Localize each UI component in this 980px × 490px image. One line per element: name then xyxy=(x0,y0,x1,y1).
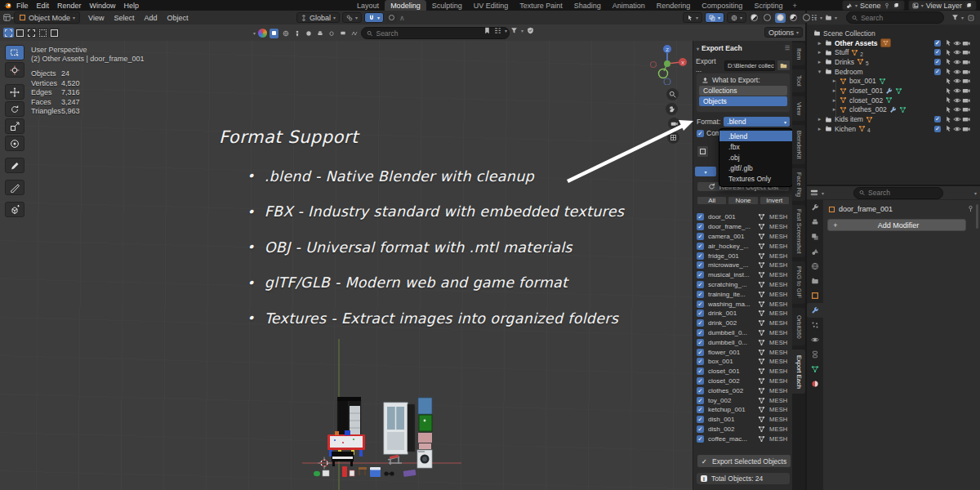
export-object-row[interactable]: ✓closet_001MESH xyxy=(697,367,790,376)
select-all-button[interactable]: All xyxy=(697,196,727,205)
texture-option-button[interactable] xyxy=(697,145,709,158)
cam-toggle-icon[interactable] xyxy=(962,87,970,96)
properties-tab-output[interactable] xyxy=(807,215,823,229)
select-extend-button[interactable] xyxy=(15,28,25,38)
properties-tab-object-data[interactable] xyxy=(807,362,823,376)
viewport-3d[interactable]: User Perspective (2) Other Assets | door… xyxy=(0,41,805,490)
properties-scrollbar[interactable] xyxy=(976,204,978,229)
snap-target-button[interactable]: ▾ xyxy=(342,12,362,23)
export-selected-button[interactable]: ✓ Export Selected Objects xyxy=(697,454,791,468)
outliner-settings-icon[interactable] xyxy=(966,13,976,22)
object-checkbox[interactable]: ✓ xyxy=(697,387,704,394)
properties-options-icon[interactable]: ▾ xyxy=(974,190,977,196)
properties-tab-constraints[interactable] xyxy=(807,347,823,362)
expand-caret[interactable]: ▸ xyxy=(831,78,837,84)
eye-toggle-icon[interactable] xyxy=(953,67,961,76)
viewport-menu-add[interactable]: Add xyxy=(139,14,162,22)
eye-toggle-icon[interactable] xyxy=(953,38,961,47)
eye-toggle-icon[interactable] xyxy=(953,96,961,105)
workspace-tab-rendering[interactable]: Rendering xyxy=(651,0,697,11)
format-option--fbx[interactable]: .fbx xyxy=(719,141,792,152)
export-object-row[interactable]: ✓training_ite...MESH xyxy=(697,289,790,299)
outliner-search-input[interactable] xyxy=(861,14,938,22)
eye-toggle-icon[interactable] xyxy=(953,105,961,114)
material-preview-sphere[interactable] xyxy=(258,29,267,38)
properties-tab-collection[interactable] xyxy=(807,274,823,288)
export-target-objects[interactable]: Objects xyxy=(699,96,787,106)
export-object-row[interactable]: ✓dumbbell_0...MESH xyxy=(697,328,790,338)
export-object-row[interactable]: ✓coffee_mac...MESH xyxy=(697,434,790,443)
panel-grip-icon[interactable]: ☰ xyxy=(785,45,790,51)
check-toggle-icon[interactable]: ✓ xyxy=(933,38,942,47)
scene-selector[interactable]: ▾ Scene xyxy=(842,0,905,11)
shading-solid[interactable] xyxy=(775,13,786,23)
export-object-row[interactable]: ✓microwave_...MESH xyxy=(697,261,790,270)
outliner-search[interactable] xyxy=(846,11,944,24)
outliner-row-box_001[interactable]: ▸box_001 xyxy=(807,77,980,87)
export-object-row[interactable]: ✓air_hockey_...MESH xyxy=(697,241,790,251)
folder-browse-button[interactable] xyxy=(777,60,791,71)
object-checkbox[interactable]: ✓ xyxy=(697,377,704,385)
shading-dropdown[interactable]: ▾ xyxy=(814,15,817,20)
tool-dropdown[interactable]: ▾ xyxy=(253,30,256,36)
properties-tab-world[interactable] xyxy=(807,259,823,274)
compress-checkbox[interactable]: ✓ xyxy=(697,130,704,137)
view-layer-selector[interactable]: ▾ View Layer xyxy=(908,0,977,11)
export-object-row[interactable]: ✓clothes_002MESH xyxy=(697,385,790,395)
tool-cursor-button[interactable] xyxy=(5,62,24,78)
filter-monitor-icon[interactable] xyxy=(338,29,347,38)
export-target-collections[interactable]: Collections xyxy=(699,86,787,96)
properties-tab-particles[interactable] xyxy=(807,318,823,332)
sidebar-tab-view[interactable]: View xyxy=(792,96,805,121)
add-modifier-button[interactable]: + Add Modifier xyxy=(827,219,966,231)
filter-funnel-icon[interactable] xyxy=(951,14,959,21)
eye-toggle-icon[interactable] xyxy=(953,57,961,66)
tool-transform-button[interactable] xyxy=(5,136,24,151)
object-checkbox[interactable]: ✓ xyxy=(697,261,704,269)
object-checkbox[interactable]: ✓ xyxy=(697,358,704,365)
cam-toggle-icon[interactable] xyxy=(962,115,970,124)
menu-edit[interactable]: Edit xyxy=(33,2,54,10)
viewport-menu-select[interactable]: Select xyxy=(109,14,139,22)
expand-caret[interactable]: ▸ xyxy=(817,116,822,122)
workspace-tab-uv-editing[interactable]: UV Editing xyxy=(468,0,514,11)
outliner-row-closet_001[interactable]: ▸closet_001 xyxy=(807,86,980,96)
sidebar-tab-orbit360[interactable]: Orbit360 xyxy=(792,308,805,345)
cursor-toggle-icon[interactable] xyxy=(944,57,952,66)
menu-window[interactable]: Window xyxy=(86,2,120,10)
object-checkbox[interactable]: ✓ xyxy=(697,291,704,298)
object-checkbox[interactable]: ✓ xyxy=(697,223,704,230)
bookmark-icon[interactable] xyxy=(483,27,491,34)
gizmos-toggle[interactable]: ▾ xyxy=(705,12,724,23)
viewport-menu-view[interactable]: View xyxy=(83,14,109,22)
viewport-menu-object[interactable]: Object xyxy=(162,14,193,22)
object-checkbox[interactable]: ✓ xyxy=(697,349,704,356)
panel-header[interactable]: ▾ Export Each ☰ xyxy=(697,44,790,52)
expand-caret[interactable]: ▸ xyxy=(831,97,837,104)
properties-editor-icon[interactable] xyxy=(810,189,818,197)
outliner-row-kichen[interactable]: ▸Kichen4✓ xyxy=(807,124,980,134)
select-invert-button[interactable]: Invert xyxy=(760,196,790,205)
workspace-tab-texture-paint[interactable]: Texture Paint xyxy=(514,0,568,11)
workspace-tab-modeling[interactable]: Modeling xyxy=(385,0,426,11)
outliner-row-other-assets[interactable]: ▸Other Assets✓ xyxy=(807,38,980,48)
export-object-row[interactable]: ✓dumbbell_0...MESH xyxy=(697,337,790,347)
cam-toggle-icon[interactable] xyxy=(962,105,970,114)
secondary-dropdown[interactable]: ▾ xyxy=(695,167,716,176)
export-object-row[interactable]: ✓ketchup_001MESH xyxy=(697,405,790,415)
export-path-field[interactable]: D:\Blender collecio... xyxy=(724,60,775,71)
new-view-layer-button[interactable] xyxy=(964,2,973,9)
object-checkbox[interactable]: ✓ xyxy=(697,397,704,404)
object-checkbox[interactable]: ✓ xyxy=(697,319,704,327)
cursor-toggle-icon[interactable] xyxy=(944,87,952,96)
properties-search[interactable] xyxy=(853,187,943,199)
tool-add-cube-button[interactable] xyxy=(5,202,24,217)
new-collection-icon[interactable] xyxy=(825,14,832,21)
expand-caret[interactable]: ▸ xyxy=(817,126,822,132)
cursor-toggle-icon[interactable] xyxy=(944,67,952,76)
export-object-row[interactable]: ✓washing_ma...MESH xyxy=(697,299,790,309)
eye-toggle-icon[interactable] xyxy=(953,77,961,86)
object-checkbox[interactable]: ✓ xyxy=(697,213,704,220)
check-toggle-icon[interactable]: ✓ xyxy=(933,115,942,124)
shading-rendered[interactable] xyxy=(801,13,812,23)
